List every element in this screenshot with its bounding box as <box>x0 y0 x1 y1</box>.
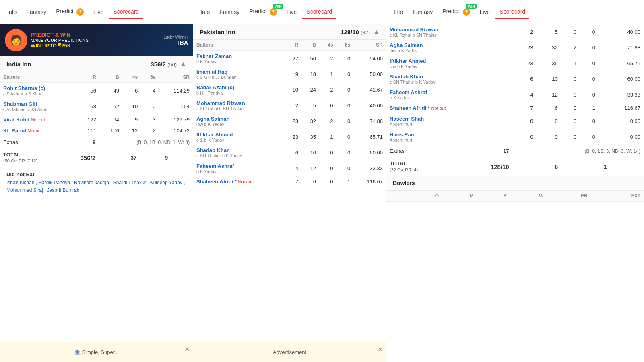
batter-info: Shaheen Afridi * Not out <box>193 176 284 187</box>
right-tab-live[interactable]: Live <box>476 6 494 19</box>
batter-sr: 114.29 <box>159 83 193 99</box>
mid-tab-info[interactable]: Info <box>196 6 214 19</box>
batter-dismissal: lbw b K Yadav <box>196 122 281 127</box>
batter-dismissal: b K Yadav <box>196 59 281 64</box>
right-total-score: 128/10 <box>460 157 512 176</box>
batter-b: 12 <box>301 160 319 176</box>
batter-b: 10 <box>536 71 561 87</box>
pak-batters-table: Batters R B 4s 6s SR Fakhar Zaman b K Ya… <box>193 40 386 187</box>
win-badge-mid: WIN <box>273 4 283 9</box>
batter-4s: 1 <box>319 66 336 82</box>
batter-name[interactable]: Shadab Khan <box>196 147 230 153</box>
table-row: Haris Rauf Absent hurt 0 0 0 0 0.00 <box>386 129 644 145</box>
batter-4s: 2 <box>561 40 580 56</box>
batter-name[interactable]: Iftikhar Ahmed <box>196 132 233 138</box>
batter-r: 0 <box>512 113 536 129</box>
batter-name[interactable]: Faheem Ashraf <box>390 89 427 95</box>
mid-tab-scorecard[interactable]: Scorecard <box>302 5 336 19</box>
batter-4s: 0 <box>319 176 336 187</box>
india-innings-header: India Inn 356/2 (50) ▲ <box>0 56 193 72</box>
batter-name[interactable]: Shaheen Afridi * <box>390 105 430 111</box>
right-tab-predict[interactable]: Predict ₹ WIN <box>438 5 474 19</box>
left-tab-info[interactable]: Info <box>3 6 21 19</box>
batter-4s: 0 <box>319 98 336 113</box>
right-extras-detail: (B: 0, LB: 3, NB: 0, W: 14) <box>512 145 644 157</box>
left-ad-banner: 🏦 Simple, Super... ✕ <box>0 342 193 362</box>
batter-dismissal: c A Salman b SS Afridi <box>3 107 73 112</box>
total-score: 356/2 <box>64 148 99 167</box>
pak-innings-collapse[interactable]: ▲ <box>373 28 380 35</box>
batter-4s: 2 <box>319 113 336 129</box>
batter-name[interactable]: Shadab Khan <box>390 74 423 80</box>
batter-name[interactable]: Shubman Gill <box>3 101 37 107</box>
batter-name[interactable]: Imam ul Haq <box>196 69 227 75</box>
right-tab-fantasy[interactable]: Fantasy <box>409 6 437 19</box>
batter-4s: 0 <box>561 71 580 87</box>
mid-tab-predict[interactable]: Predict ₹ WIN <box>245 5 281 19</box>
batter-name[interactable]: Mohammad Rizwan <box>196 100 245 106</box>
batter-name[interactable]: Mohammad Rizwan <box>390 27 438 33</box>
batter-name[interactable]: Fakhar Zaman <box>196 53 232 59</box>
batter-name[interactable]: Virat Kohli <box>3 117 29 123</box>
batter-name[interactable]: Faheem Ashraf <box>196 163 234 169</box>
batter-info: Mohammad Rizwan c KL Rahul b SN Thakur <box>386 24 512 40</box>
right-tab-info[interactable]: Info <box>390 6 407 19</box>
batter-info: Shadab Khan c SN Thakur b K Yadav <box>386 71 512 87</box>
batter-info: Rohit Sharma (c) c F Ashraf b S Khan <box>0 83 76 99</box>
batter-name[interactable]: Agha Salman <box>390 42 423 48</box>
left-tab-predict[interactable]: Predict ₹ <box>52 5 87 19</box>
close-mid-ad-button[interactable]: ✕ <box>378 346 383 353</box>
mid-tab-fantasy[interactable]: Fantasy <box>215 6 244 19</box>
batter-r: 122 <box>76 114 99 125</box>
right-tab-scorecard[interactable]: Scorecard <box>495 5 529 19</box>
batter-info: Babar Azam (c) b HH Pandya <box>193 82 284 98</box>
batter-dismissal: c SN Thakur b K Yadav <box>390 80 508 84</box>
batter-name[interactable]: Rohit Sharma (c) <box>3 85 45 91</box>
table-row: Iftikhar Ahmed c & b K Yadav 23 35 1 0 6… <box>193 129 386 145</box>
close-ad-button[interactable]: ✕ <box>184 346 190 353</box>
batter-dismissal: c SN Thakur b K Yadav <box>196 153 281 158</box>
batter-b: 5 <box>301 98 319 113</box>
table-row: Agha Salman lbw b K Yadav 23 32 2 0 71.8… <box>193 113 386 129</box>
batter-b: 32 <box>301 113 319 129</box>
bowler-er-header: ER <box>547 191 590 202</box>
batter-name[interactable]: Haris Rauf <box>390 132 416 138</box>
left-panel: Info Fantasy Predict ₹ Live Scorecard 🧑 … <box>0 0 193 362</box>
right-batters-table: Mohammad Rizwan c KL Rahul b SN Thakur 2… <box>386 24 644 145</box>
win-badge-right: WIN <box>466 4 477 9</box>
batter-name[interactable]: Babar Azam (c) <box>196 84 234 90</box>
batter-name[interactable]: Iftikhar Ahmed <box>390 58 426 64</box>
left-tab-scorecard[interactable]: Scorecard <box>109 5 143 19</box>
batter-info: Agha Salman lbw b K Yadav <box>386 40 512 56</box>
batter-r: 10 <box>284 82 301 98</box>
batter-name[interactable]: Agha Salman <box>196 116 229 122</box>
batter-dismissal: Not out <box>238 179 252 184</box>
promo-right: Lucky Winner TBA <box>163 35 188 46</box>
mid-ad-banner: Advertisement ✕ <box>193 342 386 362</box>
left-tab-fantasy[interactable]: Fantasy <box>22 6 50 19</box>
promo-banner[interactable]: 🧑 PREDICT & WIN MAKE YOUR PREDICTIONS WI… <box>0 24 193 56</box>
batter-b: 6 <box>536 103 561 113</box>
left-tab-live[interactable]: Live <box>89 6 108 19</box>
batter-6s: 1 <box>580 103 599 113</box>
batter-name[interactable]: KL Rahul <box>3 128 26 134</box>
batter-6s: 3 <box>141 114 159 125</box>
batter-info: Virat Kohli Not out <box>0 114 76 125</box>
batter-6s: 0 <box>580 24 599 40</box>
mid-tab-live[interactable]: Live <box>283 6 301 19</box>
batter-name[interactable]: Naseem Shah <box>390 116 424 122</box>
batter-name[interactable]: Shaheen Afridi * <box>196 179 237 185</box>
batter-b: 94 <box>99 114 122 125</box>
batter-sr: 0.00 <box>599 129 644 145</box>
right-innings-content: Mohammad Rizwan c KL Rahul b SN Thakur 2… <box>386 24 644 362</box>
batter-info: Shubman Gill c A Salman b SS Afridi <box>0 99 76 114</box>
col-header-4s: 4s <box>122 72 141 83</box>
india-batters-table: Batters R B 4s 6s SR Rohit Sharma (c) c … <box>0 72 193 136</box>
batter-sr: 33.33 <box>353 160 386 176</box>
col-header-6s-mid: 6s <box>336 40 354 51</box>
right-total-sixes: 1 <box>561 157 610 176</box>
batter-info: KL Rahul Not out <box>0 125 76 136</box>
col-header-b-mid: B <box>301 40 319 51</box>
batter-sr: 60.00 <box>599 71 644 87</box>
india-innings-collapse[interactable]: ▲ <box>180 60 186 68</box>
